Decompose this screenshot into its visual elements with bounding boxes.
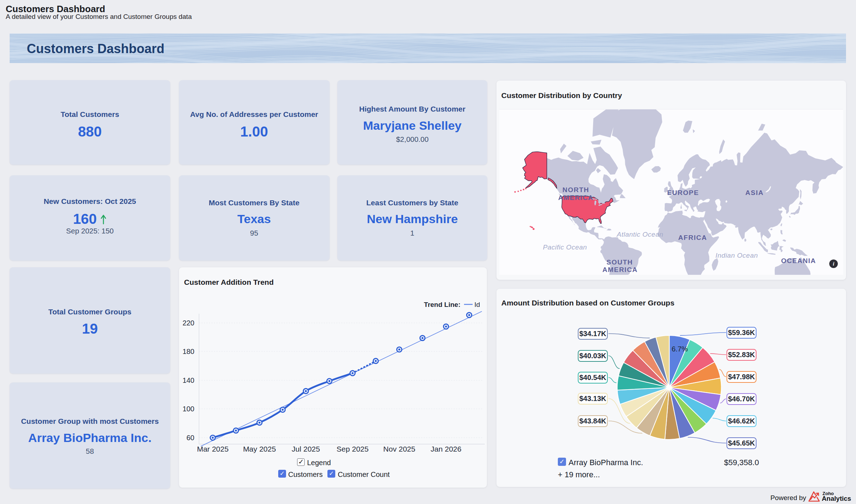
svg-text:Indian Ocean: Indian Ocean — [715, 252, 758, 259]
svg-text:Id: Id — [474, 301, 480, 308]
svg-text:60: 60 — [186, 434, 194, 442]
svg-text:Atlantic Ocean: Atlantic Ocean — [616, 231, 663, 238]
svg-text:Jan 2026: Jan 2026 — [430, 445, 461, 453]
svg-text:Nov 2025: Nov 2025 — [383, 445, 415, 453]
svg-text:ASIA: ASIA — [745, 189, 763, 196]
svg-text:6.7%: 6.7% — [672, 345, 688, 353]
svg-text:Jul 2025: Jul 2025 — [291, 445, 320, 453]
svg-text:180: 180 — [182, 348, 194, 355]
svg-text:AMERICA: AMERICA — [558, 194, 593, 201]
svg-text:140: 140 — [182, 376, 194, 384]
svg-text:Pacific Ocean: Pacific Ocean — [543, 243, 587, 251]
svg-text:AMERICA: AMERICA — [602, 266, 637, 273]
svg-text:AFRICA: AFRICA — [678, 234, 707, 241]
svg-text:220: 220 — [182, 319, 194, 327]
svg-text:EUROPE: EUROPE — [667, 189, 699, 196]
svg-text:NORTH: NORTH — [562, 186, 589, 194]
svg-text:OCEANIA: OCEANIA — [781, 257, 816, 264]
svg-text:May 2025: May 2025 — [243, 445, 276, 453]
svg-text:100: 100 — [182, 405, 194, 413]
svg-text:Sep 2025: Sep 2025 — [336, 445, 368, 453]
svg-text:SOUTH: SOUTH — [606, 258, 633, 266]
svg-text:Trend Line:: Trend Line: — [424, 301, 460, 308]
